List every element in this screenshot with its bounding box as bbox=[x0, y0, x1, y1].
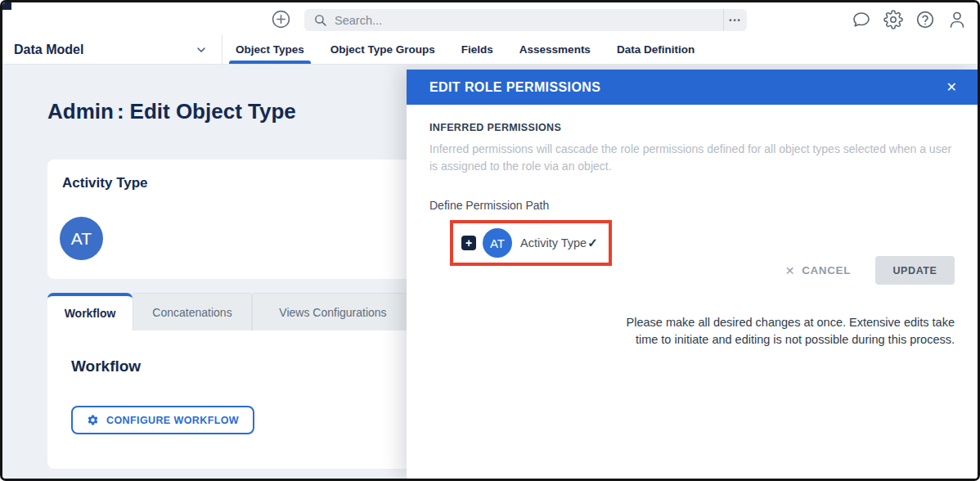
context-selector-label: Data Model bbox=[14, 43, 83, 57]
page-title-rest: Edit Object Type bbox=[130, 99, 296, 124]
nav-tab-object-types[interactable]: Object Types bbox=[223, 35, 317, 64]
content-tabs: Workflow Concatenations Views Configurat… bbox=[47, 293, 414, 330]
page-title: Admin:Edit Object Type bbox=[47, 99, 296, 124]
search-options-button[interactable]: ••• bbox=[724, 16, 747, 25]
define-permission-path-label: Define Permission Path bbox=[429, 199, 955, 212]
close-icon[interactable]: ✕ bbox=[946, 81, 957, 94]
search-placeholder: Search... bbox=[335, 14, 723, 27]
check-icon: ✓ bbox=[587, 236, 598, 250]
nav-tab-label: Fields bbox=[461, 43, 493, 56]
top-bar: Search... ••• bbox=[2, 2, 978, 35]
chevron-down-icon bbox=[195, 43, 208, 56]
top-right-icons bbox=[851, 9, 967, 29]
nav-tab-label: Object Type Groups bbox=[330, 43, 435, 56]
cancel-label: CANCEL bbox=[802, 264, 851, 276]
expand-plus-button[interactable]: + bbox=[461, 236, 476, 250]
update-button[interactable]: UPDATE bbox=[875, 256, 955, 285]
tab-views-configurations[interactable]: Views Configurations bbox=[252, 293, 414, 330]
search-input[interactable]: Search... ••• bbox=[304, 9, 747, 31]
nav-bar: Data Model Object Types Object Type Grou… bbox=[2, 35, 978, 65]
user-profile-icon[interactable] bbox=[946, 9, 967, 29]
nav-tab-label: Assessments bbox=[519, 43, 591, 56]
app-window: Search... ••• bbox=[0, 0, 980, 481]
modal-header: EDIT ROLE PERMISSIONS ✕ bbox=[407, 70, 978, 105]
nav-tabs: Object Types Object Type Groups Fields A… bbox=[223, 35, 708, 64]
chat-icon[interactable] bbox=[851, 9, 871, 29]
modal-title: EDIT ROLE PERMISSIONS bbox=[429, 80, 600, 95]
help-icon[interactable] bbox=[915, 9, 935, 29]
nav-tab-label: Data Definition bbox=[617, 43, 695, 56]
page-title-separator: : bbox=[117, 99, 124, 124]
modal-body: INFERRED PERMISSIONS Inferred permission… bbox=[407, 105, 978, 348]
permission-node-label[interactable]: Activity Type bbox=[520, 236, 587, 249]
page-title-prefix: Admin bbox=[47, 99, 114, 124]
page-body: Admin:Edit Object Type Activity Type AT … bbox=[2, 65, 978, 479]
cancel-x-icon: ✕ bbox=[785, 264, 795, 277]
edit-role-permissions-modal: EDIT ROLE PERMISSIONS ✕ INFERRED PERMISS… bbox=[407, 70, 978, 479]
object-type-avatar: AT bbox=[60, 217, 103, 260]
modal-note: Please make all desired changes at once.… bbox=[619, 314, 955, 348]
nav-tab-data-definition[interactable]: Data Definition bbox=[604, 35, 708, 64]
tab-concatenations[interactable]: Concatenations bbox=[133, 293, 252, 330]
permission-node-avatar: AT bbox=[483, 228, 512, 258]
logo-fragment bbox=[2, 2, 11, 10]
highlight-box: + AT Activity Type ✓ bbox=[450, 220, 612, 266]
context-selector-data-model[interactable]: Data Model bbox=[2, 35, 223, 64]
cancel-button[interactable]: ✕ CANCEL bbox=[785, 264, 851, 277]
search-icon bbox=[313, 13, 327, 27]
nav-tab-label: Object Types bbox=[236, 43, 304, 56]
inferred-permissions-description: Inferred permissions will cascade the ro… bbox=[429, 141, 955, 175]
settings-gear-icon[interactable] bbox=[883, 9, 903, 29]
configure-workflow-label: CONFIGURE WORKFLOW bbox=[106, 415, 239, 426]
tab-label: Views Configurations bbox=[279, 306, 386, 319]
nav-tab-object-type-groups[interactable]: Object Type Groups bbox=[317, 35, 448, 64]
nav-tab-assessments[interactable]: Assessments bbox=[506, 35, 604, 64]
inferred-permissions-heading: INFERRED PERMISSIONS bbox=[429, 122, 955, 133]
nav-tab-fields[interactable]: Fields bbox=[448, 35, 506, 64]
add-circle-icon[interactable] bbox=[271, 9, 291, 29]
tab-label: Workflow bbox=[65, 307, 116, 320]
tab-label: Concatenations bbox=[152, 306, 232, 319]
configure-workflow-button[interactable]: CONFIGURE WORKFLOW bbox=[71, 406, 254, 434]
gear-icon bbox=[87, 414, 99, 426]
tab-workflow[interactable]: Workflow bbox=[47, 293, 133, 330]
